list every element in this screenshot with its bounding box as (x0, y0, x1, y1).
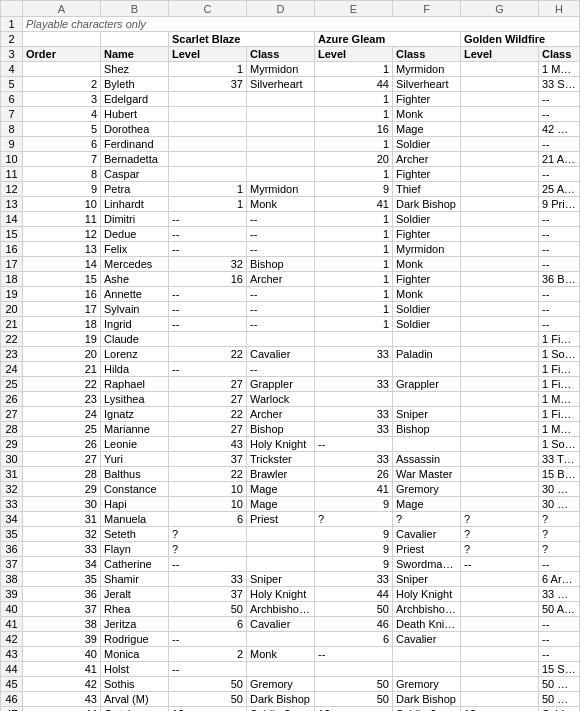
cell-D3[interactable]: Class (247, 47, 315, 62)
cell-H29[interactable]: 1 Soldier (539, 437, 580, 452)
table-row[interactable]: 3027Yuri37Trickster33Assassin33 Trickste… (1, 452, 580, 467)
cell-H4[interactable]: 1 Myrmidon (539, 62, 580, 77)
cell-G7[interactable] (461, 107, 539, 122)
table-row[interactable]: 3330Hapi10Mage9Mage30 Warlock (1, 497, 580, 512)
cell-C19[interactable]: -- (169, 287, 247, 302)
cell-G33[interactable] (461, 497, 539, 512)
cell-G43[interactable] (461, 647, 539, 662)
cell-E21[interactable]: 1 (315, 317, 393, 332)
cell-B36[interactable]: Flayn (101, 542, 169, 557)
cell-C22[interactable] (169, 332, 247, 347)
cell-F44[interactable] (393, 662, 461, 677)
table-row[interactable]: 3936Jeralt37Holy Knight44Holy Knight33 H… (1, 587, 580, 602)
cell-D4[interactable]: Myrmidon (247, 62, 315, 77)
cell-H7[interactable]: -- (539, 107, 580, 122)
cell-F26[interactable] (393, 392, 461, 407)
cell-G9[interactable] (461, 137, 539, 152)
col-header-e[interactable]: E (315, 1, 393, 17)
cell-B46[interactable]: Arval (M) (101, 692, 169, 707)
cell-D31[interactable]: Brawler (247, 467, 315, 482)
cell-A39[interactable]: 36 (23, 587, 101, 602)
table-row[interactable]: 4340Monica2Monk---- (1, 647, 580, 662)
table-row[interactable]: 4744Gatekeeper1?Soldier?1?Soldier?1?Sold… (1, 707, 580, 712)
cell-G26[interactable] (461, 392, 539, 407)
cell-H24[interactable]: 1 Fighter (539, 362, 580, 377)
cell-E44[interactable] (315, 662, 393, 677)
cell-F18[interactable]: Fighter (393, 272, 461, 287)
table-row[interactable]: 4037Rhea50Archbishop?50Archbishop?50 Arc… (1, 602, 580, 617)
table-row[interactable]: 1916Annette----1Monk-- (1, 287, 580, 302)
cell-D20[interactable]: -- (247, 302, 315, 317)
cell-B4[interactable]: Shez (101, 62, 169, 77)
cell-B44[interactable]: Holst (101, 662, 169, 677)
cell-B10[interactable]: Bernadetta (101, 152, 169, 167)
cell-A2[interactable] (23, 32, 101, 47)
cell-D5[interactable]: Silverheart (247, 77, 315, 92)
cell-A46[interactable]: 43 (23, 692, 101, 707)
cell-C38[interactable]: 33 (169, 572, 247, 587)
cell-F23[interactable]: Paladin (393, 347, 461, 362)
cell-F19[interactable]: Monk (393, 287, 461, 302)
cell-F16[interactable]: Myrmidon (393, 242, 461, 257)
cell-E40[interactable]: 50 (315, 602, 393, 617)
table-row[interactable]: 2926Leonie43Holy Knight--1 Soldier (1, 437, 580, 452)
cell-A40[interactable]: 37 (23, 602, 101, 617)
cell-H35[interactable]: ? (539, 527, 580, 542)
cell-F25[interactable]: Grappler (393, 377, 461, 392)
cell-E14[interactable]: 1 (315, 212, 393, 227)
cell-E24[interactable] (315, 362, 393, 377)
cell-A27[interactable]: 24 (23, 407, 101, 422)
cell-B34[interactable]: Manuela (101, 512, 169, 527)
table-row[interactable]: 2017Sylvain----1Soldier-- (1, 302, 580, 317)
cell-E32[interactable]: 41 (315, 482, 393, 497)
cell-G4[interactable] (461, 62, 539, 77)
cell-A4[interactable] (23, 62, 101, 77)
cell-H46[interactable]: 50 Dark Bishop (539, 692, 580, 707)
cell-C3[interactable]: Level (169, 47, 247, 62)
cell-H41[interactable]: -- (539, 617, 580, 632)
col-header-h[interactable]: H (539, 1, 580, 17)
cell-C44[interactable]: -- (169, 662, 247, 677)
cell-G10[interactable] (461, 152, 539, 167)
cell-D16[interactable]: -- (247, 242, 315, 257)
cell-F20[interactable]: Soldier (393, 302, 461, 317)
cell-E4[interactable]: 1 (315, 62, 393, 77)
cell-B15[interactable]: Dedue (101, 227, 169, 242)
cell-G24[interactable] (461, 362, 539, 377)
cell-H31[interactable]: 15 Brawler (539, 467, 580, 482)
table-row[interactable]: 2320Lorenz22Cavalier33Paladin1 Soldier (1, 347, 580, 362)
cell-D29[interactable]: Holy Knight (247, 437, 315, 452)
cell-G2[interactable]: Golden Wildfire (461, 32, 580, 47)
cell-F10[interactable]: Archer (393, 152, 461, 167)
cell-H44[interactable]: 15 Swordmaster (539, 662, 580, 677)
cell-H47[interactable]: Soldier? (539, 707, 580, 712)
cell-A35[interactable]: 32 (23, 527, 101, 542)
cell-G5[interactable] (461, 77, 539, 92)
table-row[interactable]: 2Scarlet BlazeAzure GleamGolden Wildfire (1, 32, 580, 47)
cell-C34[interactable]: 6 (169, 512, 247, 527)
table-row[interactable]: 1613Felix----1Myrmidon-- (1, 242, 580, 257)
cell-D15[interactable]: -- (247, 227, 315, 242)
cell-G38[interactable] (461, 572, 539, 587)
cell-C12[interactable]: 1 (169, 182, 247, 197)
cell-A23[interactable]: 20 (23, 347, 101, 362)
cell-F47[interactable]: Soldier? (393, 707, 461, 712)
cell-A38[interactable]: 35 (23, 572, 101, 587)
cell-D45[interactable]: Gremory (247, 677, 315, 692)
cell-B3[interactable]: Name (101, 47, 169, 62)
cell-E13[interactable]: 41 (315, 197, 393, 212)
cell-G47[interactable]: 1? (461, 707, 539, 712)
table-row[interactable]: 4643Arval (M)50Dark Bishop50Dark Bishop5… (1, 692, 580, 707)
cell-G29[interactable] (461, 437, 539, 452)
cell-D47[interactable]: Soldier? (247, 707, 315, 712)
cell-F38[interactable]: Sniper (393, 572, 461, 587)
cell-E11[interactable]: 1 (315, 167, 393, 182)
cell-E45[interactable]: 50 (315, 677, 393, 692)
cell-A29[interactable]: 26 (23, 437, 101, 452)
cell-H26[interactable]: 1 Monk (539, 392, 580, 407)
cell-G6[interactable] (461, 92, 539, 107)
cell-F22[interactable] (393, 332, 461, 347)
cell-G12[interactable] (461, 182, 539, 197)
cell-D28[interactable]: Bishop (247, 422, 315, 437)
cell-H14[interactable]: -- (539, 212, 580, 227)
